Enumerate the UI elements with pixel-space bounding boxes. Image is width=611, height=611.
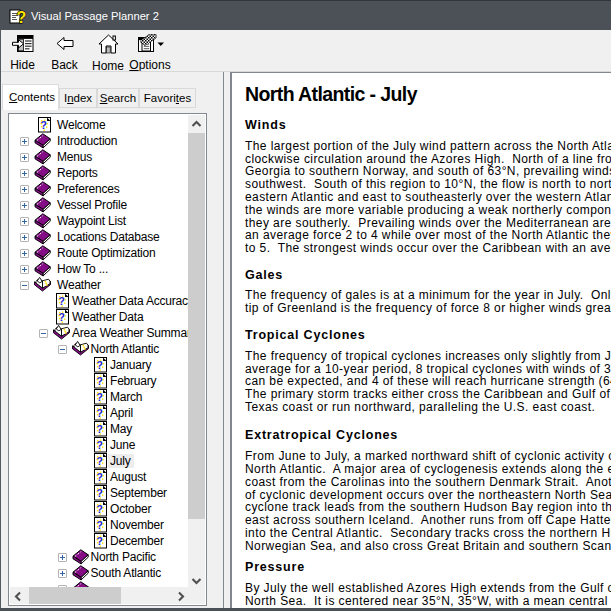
svg-text:?: ?: [17, 9, 27, 26]
